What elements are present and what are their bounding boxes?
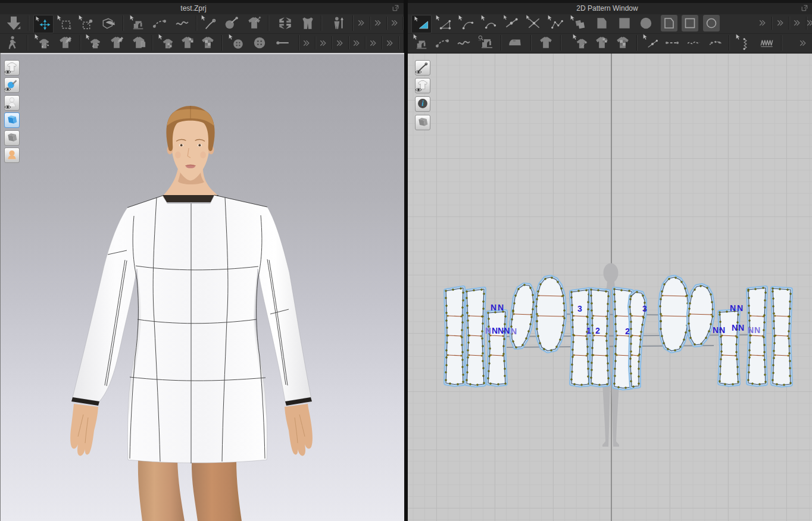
svg-text:NN: NN xyxy=(732,323,745,332)
svg-text:3: 3 xyxy=(642,304,647,313)
svg-text:2: 2 xyxy=(625,327,630,336)
svg-text:N: N xyxy=(485,326,491,335)
svg-text:NN: NN xyxy=(713,325,726,335)
svg-text:N: N xyxy=(511,327,517,336)
svg-text:3: 3 xyxy=(577,304,582,313)
svg-text:NNN: NNN xyxy=(492,326,510,335)
svg-text:2: 2 xyxy=(595,326,600,335)
svg-text:NN: NN xyxy=(748,325,761,335)
svg-text:NN: NN xyxy=(730,303,744,313)
svg-text:NN: NN xyxy=(491,303,505,312)
svg-text:1: 1 xyxy=(586,326,591,335)
